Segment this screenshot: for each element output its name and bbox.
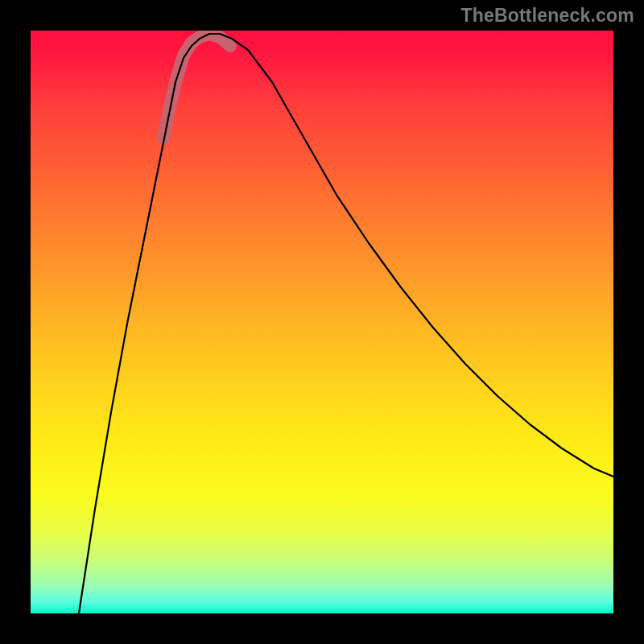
bottleneck-curve	[79, 34, 613, 613]
curve-overlay	[31, 31, 613, 613]
watermark-text: TheBottleneck.com	[460, 5, 634, 27]
chart-frame: TheBottleneck.com	[0, 0, 644, 644]
bottleneck-marker	[163, 34, 230, 138]
plot-area	[31, 31, 613, 613]
